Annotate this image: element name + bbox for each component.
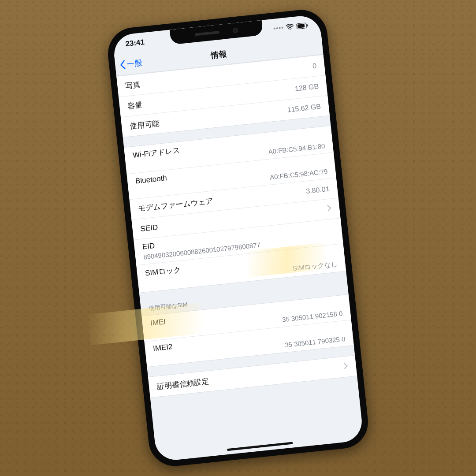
- value-photos: 0: [312, 62, 317, 70]
- label-capacity: 容量: [127, 100, 143, 111]
- label-photos: 写真: [125, 79, 141, 91]
- wifi-icon: [286, 23, 294, 30]
- label-available: 使用可能: [129, 118, 160, 131]
- screen: 23:41 一般 情報 写真 0: [112, 14, 364, 462]
- back-button[interactable]: 一般: [119, 52, 144, 75]
- status-right: [273, 22, 308, 32]
- phone-frame: 23:41 一般 情報 写真 0: [105, 7, 371, 469]
- svg-rect-3: [306, 24, 308, 26]
- content[interactable]: 写真 0 容量 128 GB 使用可能 115.62 GB Wi-Fiアドレス …: [116, 54, 364, 462]
- battery-icon: [296, 22, 308, 29]
- chevron-right-icon: [327, 205, 332, 214]
- value-capacity: 128 GB: [294, 82, 319, 93]
- label-modem: モデムファームウェア: [138, 196, 213, 214]
- status-time: 23:41: [125, 38, 145, 48]
- value-modem: 3.80.01: [305, 185, 330, 195]
- back-label: 一般: [126, 57, 143, 70]
- chevron-left-icon: [119, 60, 126, 70]
- page-title: 情報: [210, 48, 227, 61]
- value-available: 115.62 GB: [287, 102, 321, 114]
- cellular-dots-icon: [274, 27, 283, 30]
- label-seid: SEID: [140, 223, 159, 233]
- svg-rect-2: [298, 24, 305, 28]
- group-network: Wi-Fiアドレス A0:FB:C5:94:B1:80 Bluetooth A0…: [124, 126, 346, 294]
- chevron-right-icon: [343, 362, 349, 372]
- label-cert: 証明書信頼設定: [156, 376, 210, 391]
- earpiece: [195, 31, 219, 36]
- svg-point-0: [290, 29, 291, 30]
- front-camera: [232, 27, 238, 33]
